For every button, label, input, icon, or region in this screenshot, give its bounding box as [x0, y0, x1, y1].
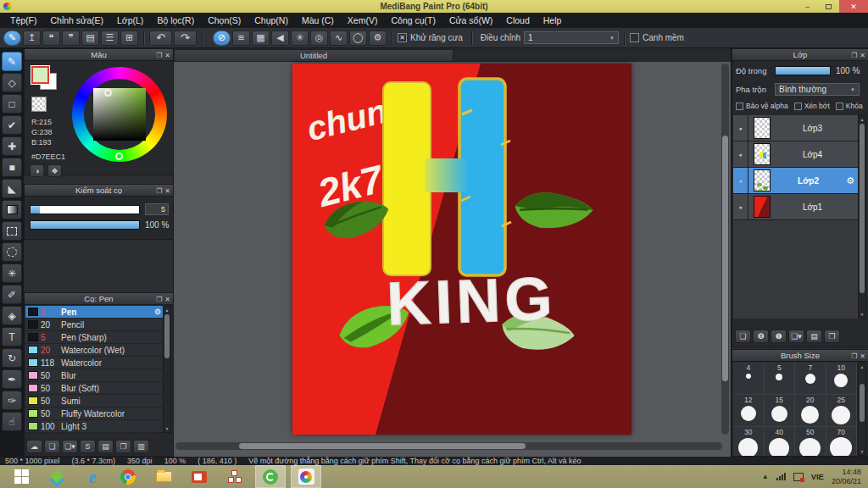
- brush-size-option[interactable]: 4: [733, 363, 765, 395]
- color-panel-header[interactable]: Màu ❐ ✕: [25, 49, 173, 61]
- brush-size-option[interactable]: 5: [765, 363, 796, 395]
- saturation-value-square[interactable]: [93, 88, 146, 141]
- unikey-taskbar-icon[interactable]: [220, 466, 249, 487]
- snap-concentric-icon[interactable]: ◎: [310, 30, 328, 46]
- menu-item[interactable]: Chọn(S): [201, 13, 248, 28]
- eraser-tool[interactable]: ◇: [2, 73, 22, 92]
- add-layer-button[interactable]: ❏: [735, 330, 751, 343]
- color-set-button[interactable]: ❖: [47, 164, 62, 177]
- brush-list-item[interactable]: 5 Pen ⚙: [25, 306, 164, 319]
- material-grid-icon[interactable]: ⊞: [120, 30, 138, 46]
- brush-size-option[interactable]: 7: [795, 363, 826, 395]
- popout-icon[interactable]: ❐: [851, 352, 857, 360]
- redo-button[interactable]: ↷: [174, 30, 197, 46]
- brush-size-option[interactable]: 15: [765, 395, 796, 427]
- canvas-horizontal-scrollbar[interactable]: [175, 442, 722, 450]
- brush-list-item[interactable]: 50 Blur: [25, 369, 164, 382]
- canvas-vertical-scrollbar[interactable]: [721, 64, 729, 435]
- menu-item[interactable]: Chỉnh sửa(E): [44, 13, 110, 28]
- layer-row[interactable]: ● Lớp1: [733, 194, 859, 220]
- select-eraser-tool[interactable]: ◈: [2, 306, 22, 325]
- close-button[interactable]: ✕: [839, 0, 868, 13]
- foreground-color-swatch[interactable]: [31, 66, 49, 84]
- bluestacks-taskbar-icon[interactable]: [42, 466, 71, 487]
- scrollbar-thumb[interactable]: [722, 136, 728, 381]
- adjust-dropdown[interactable]: 1▼: [524, 31, 619, 44]
- transparent-color-swatch[interactable]: [31, 97, 47, 112]
- layer-visibility-toggle[interactable]: ●: [733, 141, 748, 168]
- scrollbar-thumb[interactable]: [239, 443, 526, 449]
- comment-icon[interactable]: ❝: [42, 30, 60, 46]
- close-icon[interactable]: ✕: [164, 187, 170, 195]
- brush-mode-icon[interactable]: ✎: [3, 30, 21, 46]
- chrome-taskbar-icon[interactable]: [114, 466, 142, 487]
- scroll-up-icon[interactable]: ▲: [164, 308, 170, 313]
- snap-settings-icon[interactable]: ⚙: [369, 30, 387, 46]
- minimize-button[interactable]: –: [797, 0, 818, 13]
- brush-list-item[interactable]: 50 Blur (Soft): [25, 382, 164, 395]
- layer-row[interactable]: ● Lớp4: [733, 141, 859, 168]
- menu-item[interactable]: Công cụ(T): [384, 13, 442, 28]
- layer-folder-button[interactable]: ▤: [806, 330, 822, 343]
- magic-wand-tool[interactable]: ✳: [2, 263, 22, 283]
- close-icon[interactable]: ✕: [860, 352, 865, 360]
- brush-control-header[interactable]: Kiểm soát cọ ❐ ✕: [25, 185, 173, 197]
- duplicate-brush-button[interactable]: ❐: [115, 440, 131, 453]
- scroll-down-icon[interactable]: ▼: [164, 426, 170, 431]
- antialias-checkbox[interactable]: ✕: [398, 33, 407, 42]
- lock-checkbox[interactable]: [836, 103, 843, 110]
- delete-brush-button[interactable]: ▥: [133, 440, 149, 453]
- brush-list-item[interactable]: 118 Watercolor: [25, 357, 164, 369]
- brush-size-option[interactable]: 70: [826, 427, 858, 456]
- file-explorer-taskbar-icon[interactable]: [149, 466, 178, 487]
- menu-item[interactable]: Bộ lọc(R): [150, 13, 201, 28]
- close-icon[interactable]: ✕: [860, 52, 865, 59]
- popout-icon[interactable]: ❐: [851, 52, 857, 59]
- scrollbar-thumb[interactable]: [164, 314, 170, 358]
- brush-size-option[interactable]: 40: [765, 427, 796, 456]
- layer-visibility-toggle[interactable]: ●: [733, 115, 748, 141]
- shape-brush-tool[interactable]: □: [2, 94, 22, 114]
- rotate-view-tool[interactable]: ↻: [2, 348, 22, 368]
- snap-curve-icon[interactable]: ∿: [330, 30, 348, 46]
- snap-grid-icon[interactable]: ▦: [252, 30, 270, 46]
- scroll-down-icon[interactable]: ▼: [859, 449, 865, 454]
- blend-mode-dropdown[interactable]: Bình thường▼: [775, 83, 860, 96]
- scroll-down-icon[interactable]: ▼: [859, 312, 865, 317]
- brush-size-slider[interactable]: [30, 205, 140, 214]
- popout-icon[interactable]: ❐: [156, 187, 162, 195]
- undo-button[interactable]: ↶: [149, 30, 172, 46]
- cloud-brush-button[interactable]: ☁: [26, 440, 42, 453]
- move-tool[interactable]: ✚: [2, 136, 22, 156]
- brush-size-option[interactable]: 10: [826, 363, 858, 395]
- layers-panel-header[interactable]: Lớp ❐ ✕: [732, 49, 868, 61]
- menu-item[interactable]: Tệp(F): [3, 13, 44, 28]
- scrollbar-thumb[interactable]: [860, 384, 865, 422]
- snap-radial-icon[interactable]: ✳: [291, 30, 309, 46]
- brush-size-option[interactable]: 20: [795, 395, 826, 427]
- fill-shape-tool[interactable]: ■: [2, 158, 22, 177]
- layer-row[interactable]: ● Lớp3: [733, 115, 859, 141]
- add-8bit-layer-button[interactable]: ❽: [753, 330, 769, 343]
- scrollbar-thumb[interactable]: [860, 124, 865, 293]
- scroll-up-icon[interactable]: ▲: [859, 117, 865, 122]
- menu-item[interactable]: Cửa sổ(W): [442, 13, 499, 28]
- snap-off-icon[interactable]: ⊘: [213, 30, 231, 46]
- popout-icon[interactable]: ❐: [156, 296, 162, 303]
- palette-button[interactable]: ◑: [30, 164, 44, 177]
- brush-settings-icon[interactable]: ⚙: [154, 308, 161, 316]
- eyedropper-tool[interactable]: ✑: [2, 391, 22, 410]
- popout-icon[interactable]: ❐: [156, 52, 162, 59]
- clock[interactable]: 14:48 20/06/21: [832, 468, 861, 486]
- hand-tool[interactable]: ☝: [2, 412, 22, 431]
- brush-tool[interactable]: ✎: [2, 52, 22, 71]
- canvas-surface[interactable]: chung 2k7: [292, 64, 632, 435]
- clipping-checkbox[interactable]: [794, 103, 802, 110]
- soft-edge-checkbox[interactable]: [630, 33, 639, 42]
- language-indicator[interactable]: VIE: [811, 472, 824, 481]
- brush-size-option[interactable]: 25: [826, 395, 858, 427]
- material-list-icon[interactable]: ☰: [101, 30, 119, 46]
- hue-wheel[interactable]: [72, 67, 167, 162]
- menu-item[interactable]: Màu (C): [295, 13, 341, 28]
- maximize-button[interactable]: [818, 0, 839, 13]
